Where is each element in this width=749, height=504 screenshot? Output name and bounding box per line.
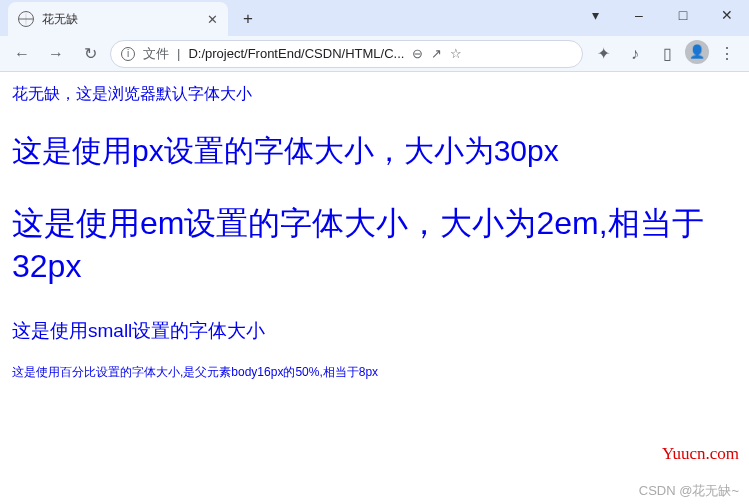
tab-title: 花无缺 (42, 11, 199, 28)
toolbar-right: ✦ ♪ ▯ 👤 ⋮ (589, 40, 741, 68)
address-bar[interactable]: i 文件 | D:/project/FrontEnd/CSDN/HTML/C..… (110, 40, 583, 68)
browser-tab[interactable]: 花无缺 ✕ (8, 2, 228, 36)
star-icon[interactable]: ☆ (450, 46, 462, 61)
sidepanel-icon[interactable]: ▯ (653, 40, 681, 68)
page-content: 花无缺，这是浏览器默认字体大小 这是使用px设置的字体大小，大小为30px 这是… (0, 72, 749, 393)
watermark-author: CSDN @花无缺~ (639, 482, 739, 500)
info-icon[interactable]: i (121, 47, 135, 61)
forward-button[interactable]: → (42, 40, 70, 68)
text-default-size: 花无缺，这是浏览器默认字体大小 (12, 84, 737, 105)
back-button[interactable]: ← (8, 40, 36, 68)
url-path: D:/project/FrontEnd/CSDN/HTML/C... (188, 46, 404, 61)
browser-toolbar: ← → ↻ i 文件 | D:/project/FrontEnd/CSDN/HT… (0, 36, 749, 72)
separator: | (177, 46, 180, 61)
zoom-icon[interactable]: ⊖ (412, 46, 423, 61)
extensions-icon[interactable]: ✦ (589, 40, 617, 68)
new-tab-button[interactable]: + (234, 5, 262, 33)
window-controls: ▾ – □ ✕ (573, 0, 749, 30)
tab-strip: 花无缺 ✕ + (8, 2, 262, 36)
menu-icon[interactable]: ⋮ (713, 40, 741, 68)
text-px-size: 这是使用px设置的字体大小，大小为30px (12, 131, 737, 172)
chevron-down-icon[interactable]: ▾ (573, 0, 617, 30)
text-small-size: 这是使用small设置的字体大小 (12, 318, 737, 344)
watermark-site: Yuucn.com (662, 444, 739, 464)
globe-icon (18, 11, 34, 27)
text-em-size: 这是使用em设置的字体大小，大小为2em,相当于32px (12, 202, 737, 288)
window-titlebar: 花无缺 ✕ + ▾ – □ ✕ (0, 0, 749, 36)
media-icon[interactable]: ♪ (621, 40, 649, 68)
avatar[interactable]: 👤 (685, 40, 709, 64)
reload-button[interactable]: ↻ (76, 40, 104, 68)
minimize-button[interactable]: – (617, 0, 661, 30)
close-icon[interactable]: ✕ (207, 12, 218, 27)
share-icon[interactable]: ↗ (431, 46, 442, 61)
close-button[interactable]: ✕ (705, 0, 749, 30)
file-scheme-label: 文件 (143, 45, 169, 63)
text-percent-size: 这是使用百分比设置的字体大小,是父元素body16px的50%,相当于8px (12, 364, 737, 381)
maximize-button[interactable]: □ (661, 0, 705, 30)
